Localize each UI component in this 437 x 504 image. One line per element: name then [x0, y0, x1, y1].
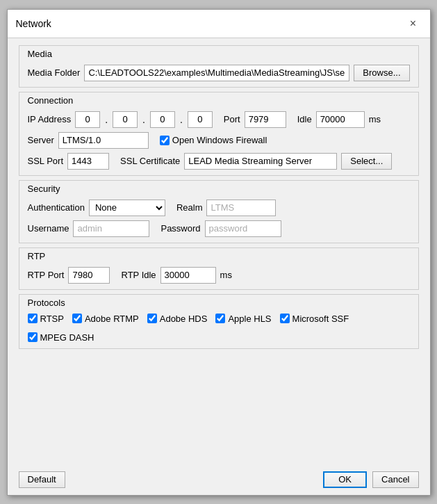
dot1: . — [105, 114, 108, 125]
ssl-cert-input[interactable] — [184, 153, 337, 170]
media-section: Media Media Folder Browse... — [19, 45, 419, 88]
msft-ssf-label: Microsoft SSF — [292, 314, 349, 324]
idle-ms-label: ms — [369, 114, 381, 124]
idle-label: Idle — [297, 114, 312, 124]
msft-ssf-checkbox-container[interactable]: Microsoft SSF — [280, 314, 349, 324]
password-input[interactable] — [205, 220, 281, 237]
server-input[interactable] — [58, 132, 149, 149]
footer-right: OK Cancel — [323, 471, 418, 488]
network-dialog: Network × Media Media Folder Browse... C… — [7, 9, 431, 496]
idle-input[interactable] — [316, 111, 365, 128]
ip-part3-input[interactable] — [150, 111, 175, 128]
apple-hls-label: Apple HLS — [228, 314, 271, 324]
rtsp-label: RTSP — [40, 314, 64, 324]
media-folder-label: Media Folder — [28, 67, 81, 78]
security-section-label: Security — [28, 184, 410, 194]
username-label: Username — [28, 223, 69, 234]
rtp-port-label: RTP Port — [28, 270, 65, 280]
rtp-section: RTP RTP Port RTP Idle ms — [19, 247, 419, 290]
rtp-section-label: RTP — [28, 251, 410, 261]
media-folder-input[interactable] — [84, 65, 349, 81]
dialog-body: Media Media Folder Browse... Connection … — [8, 38, 430, 464]
adobe-hds-checkbox-container[interactable]: Adobe HDS — [147, 314, 208, 324]
connection-section-label: Connection — [28, 95, 410, 106]
security-section: Security Authentication None Basic Diges… — [19, 180, 419, 243]
media-section-label: Media — [28, 49, 410, 59]
ssl-port-input[interactable] — [67, 153, 109, 170]
auth-label: Authentication — [28, 202, 85, 213]
connection-row3: SSL Port SSL Certificate Select... — [28, 153, 410, 170]
port-input[interactable] — [245, 111, 286, 128]
media-folder-row: Media Folder Browse... — [28, 65, 410, 81]
dialog-title: Network — [16, 18, 51, 29]
rtsp-checkbox[interactable] — [28, 314, 38, 323]
ip-part2-input[interactable] — [113, 111, 138, 128]
protocols-section-label: Protocols — [28, 298, 410, 308]
connection-row1: IP Address . . . Port Idle ms — [28, 111, 410, 128]
protocols-section: Protocols RTSP Adobe RTMP Adobe HDS Appl… — [19, 294, 419, 349]
dot3: . — [180, 114, 183, 125]
close-icon: × — [410, 17, 416, 30]
mpeg-dash-checkbox[interactable] — [28, 332, 38, 342]
port-label: Port — [224, 114, 240, 124]
msft-ssf-checkbox[interactable] — [280, 314, 290, 323]
adobe-rtmp-checkbox[interactable] — [72, 314, 82, 323]
rtp-port-input[interactable] — [68, 267, 110, 284]
password-label: Password — [160, 223, 200, 234]
ip-part4-input[interactable] — [188, 111, 213, 128]
adobe-rtmp-checkbox-container[interactable]: Adobe RTMP — [72, 314, 139, 324]
dot2: . — [142, 114, 145, 125]
realm-label: Realm — [176, 202, 203, 213]
mpeg-dash-checkbox-container[interactable]: MPEG DASH — [28, 332, 94, 343]
firewall-checkbox[interactable] — [160, 136, 170, 145]
mpeg-dash-label: MPEG DASH — [40, 332, 94, 343]
title-bar: Network × — [8, 10, 430, 38]
connection-section: Connection IP Address . . . Port Idle ms… — [19, 92, 419, 176]
ip-label: IP Address — [28, 114, 72, 124]
cancel-button[interactable]: Cancel — [372, 471, 418, 488]
browse-button[interactable]: Browse... — [354, 65, 409, 81]
protocols-row: RTSP Adobe RTMP Adobe HDS Apple HLS Micr… — [28, 314, 410, 343]
auth-select[interactable]: None Basic Digest — [89, 200, 165, 216]
ip-part1-input[interactable] — [75, 111, 100, 128]
ssl-port-label: SSL Port — [28, 156, 64, 166]
close-button[interactable]: × — [405, 15, 422, 32]
security-row2: Username Password — [28, 220, 410, 237]
dialog-footer: Default OK Cancel — [8, 464, 430, 495]
default-button[interactable]: Default — [19, 471, 65, 488]
adobe-hds-label: Adobe HDS — [160, 314, 208, 324]
server-label: Server — [28, 135, 54, 145]
connection-row2: Server Open Windows Firewall — [28, 132, 410, 149]
security-row1: Authentication None Basic Digest Realm — [28, 200, 410, 216]
rtp-row: RTP Port RTP Idle ms — [28, 267, 410, 284]
apple-hls-checkbox[interactable] — [215, 314, 225, 323]
rtp-ms-label: ms — [220, 270, 232, 280]
apple-hls-checkbox-container[interactable]: Apple HLS — [215, 314, 271, 324]
rtsp-checkbox-container[interactable]: RTSP — [28, 314, 64, 324]
adobe-rtmp-label: Adobe RTMP — [85, 314, 139, 324]
firewall-checkbox-container[interactable]: Open Windows Firewall — [160, 135, 267, 145]
adobe-hds-checkbox[interactable] — [147, 314, 157, 323]
firewall-label: Open Windows Firewall — [172, 135, 267, 145]
select-button[interactable]: Select... — [341, 153, 392, 170]
realm-input[interactable] — [206, 200, 276, 216]
rtp-idle-input[interactable] — [160, 267, 216, 284]
ssl-cert-label: SSL Certificate — [120, 156, 180, 166]
rtp-idle-label: RTP Idle — [121, 270, 156, 280]
ok-button[interactable]: OK — [323, 471, 367, 488]
username-input[interactable] — [73, 220, 149, 237]
